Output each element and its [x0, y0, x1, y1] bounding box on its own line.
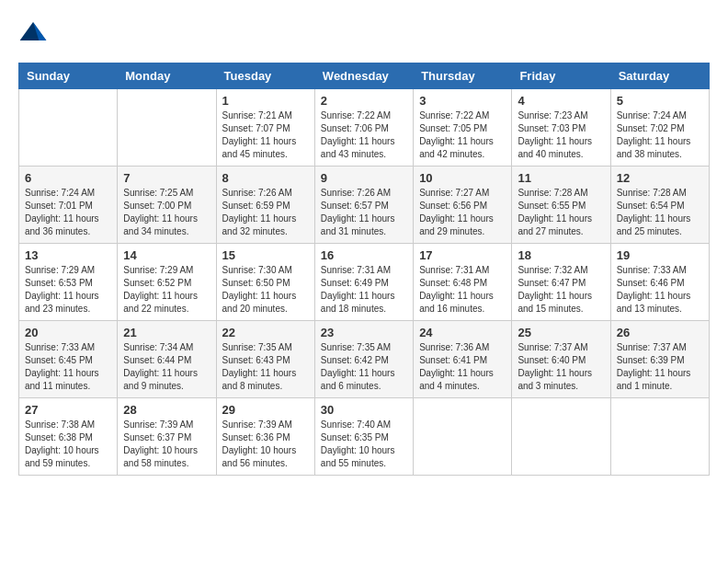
calendar-cell [414, 398, 512, 476]
column-header-saturday: Saturday [610, 63, 709, 89]
day-info: Sunrise: 7:29 AM Sunset: 6:52 PM Dayligh… [123, 264, 210, 316]
day-info: Sunrise: 7:37 AM Sunset: 6:40 PM Dayligh… [518, 341, 604, 393]
column-header-tuesday: Tuesday [216, 63, 314, 89]
logo [18, 18, 51, 48]
day-info: Sunrise: 7:25 AM Sunset: 7:00 PM Dayligh… [123, 187, 210, 238]
calendar-cell: 2Sunrise: 7:22 AM Sunset: 7:06 PM Daylig… [314, 89, 413, 167]
day-number: 18 [518, 248, 604, 262]
day-number: 27 [25, 403, 111, 417]
day-number: 14 [123, 248, 210, 262]
calendar-cell: 23Sunrise: 7:35 AM Sunset: 6:42 PM Dayli… [314, 321, 413, 398]
day-info: Sunrise: 7:22 AM Sunset: 7:06 PM Dayligh… [321, 109, 407, 161]
day-number: 7 [123, 171, 210, 185]
day-info: Sunrise: 7:33 AM Sunset: 6:46 PM Dayligh… [617, 264, 703, 316]
calendar-cell: 20Sunrise: 7:33 AM Sunset: 6:45 PM Dayli… [19, 321, 118, 398]
calendar-cell: 27Sunrise: 7:38 AM Sunset: 6:38 PM Dayli… [19, 398, 118, 476]
column-header-friday: Friday [512, 63, 610, 89]
calendar-cell: 11Sunrise: 7:28 AM Sunset: 6:55 PM Dayli… [512, 167, 610, 244]
day-number: 21 [123, 326, 210, 339]
calendar-cell: 12Sunrise: 7:28 AM Sunset: 6:54 PM Dayli… [610, 167, 709, 244]
day-info: Sunrise: 7:39 AM Sunset: 6:37 PM Dayligh… [123, 419, 210, 470]
calendar-cell: 7Sunrise: 7:25 AM Sunset: 7:00 PM Daylig… [118, 167, 216, 244]
day-number: 1 [222, 94, 309, 108]
day-info: Sunrise: 7:35 AM Sunset: 6:43 PM Dayligh… [222, 341, 309, 393]
day-info: Sunrise: 7:21 AM Sunset: 7:07 PM Dayligh… [222, 109, 309, 161]
day-number: 2 [321, 94, 407, 108]
day-number: 10 [419, 171, 506, 185]
day-number: 28 [123, 403, 210, 417]
day-number: 25 [518, 326, 604, 339]
day-info: Sunrise: 7:34 AM Sunset: 6:44 PM Dayligh… [123, 341, 210, 393]
day-info: Sunrise: 7:27 AM Sunset: 6:56 PM Dayligh… [419, 187, 506, 238]
logo-icon [18, 18, 48, 48]
day-info: Sunrise: 7:23 AM Sunset: 7:03 PM Dayligh… [518, 109, 604, 161]
calendar-cell: 29Sunrise: 7:39 AM Sunset: 6:36 PM Dayli… [216, 398, 314, 476]
calendar-cell: 6Sunrise: 7:24 AM Sunset: 7:01 PM Daylig… [19, 167, 118, 244]
day-number: 9 [321, 171, 407, 185]
day-number: 26 [617, 326, 703, 339]
day-info: Sunrise: 7:35 AM Sunset: 6:42 PM Dayligh… [321, 341, 407, 393]
calendar-cell: 14Sunrise: 7:29 AM Sunset: 6:52 PM Dayli… [118, 244, 216, 321]
calendar-cell [118, 89, 216, 167]
calendar-cell: 28Sunrise: 7:39 AM Sunset: 6:37 PM Dayli… [118, 398, 216, 476]
page-header [18, 18, 710, 48]
day-number: 24 [419, 326, 506, 339]
calendar-cell: 17Sunrise: 7:31 AM Sunset: 6:48 PM Dayli… [414, 244, 512, 321]
calendar-week-row: 27Sunrise: 7:38 AM Sunset: 6:38 PM Dayli… [19, 398, 710, 476]
calendar-week-row: 20Sunrise: 7:33 AM Sunset: 6:45 PM Dayli… [19, 321, 710, 398]
day-info: Sunrise: 7:22 AM Sunset: 7:05 PM Dayligh… [419, 109, 506, 161]
day-number: 8 [222, 171, 309, 185]
day-number: 15 [222, 248, 309, 262]
day-info: Sunrise: 7:31 AM Sunset: 6:49 PM Dayligh… [321, 264, 407, 316]
day-info: Sunrise: 7:31 AM Sunset: 6:48 PM Dayligh… [419, 264, 506, 316]
day-info: Sunrise: 7:36 AM Sunset: 6:41 PM Dayligh… [419, 341, 506, 393]
calendar-cell [512, 398, 610, 476]
calendar-cell: 13Sunrise: 7:29 AM Sunset: 6:53 PM Dayli… [19, 244, 118, 321]
day-number: 20 [25, 326, 111, 339]
day-info: Sunrise: 7:32 AM Sunset: 6:47 PM Dayligh… [518, 264, 604, 316]
day-info: Sunrise: 7:26 AM Sunset: 6:57 PM Dayligh… [321, 187, 407, 238]
day-info: Sunrise: 7:37 AM Sunset: 6:39 PM Dayligh… [617, 341, 703, 393]
calendar-week-row: 6Sunrise: 7:24 AM Sunset: 7:01 PM Daylig… [19, 167, 710, 244]
calendar-cell: 19Sunrise: 7:33 AM Sunset: 6:46 PM Dayli… [610, 244, 709, 321]
calendar-cell [19, 89, 118, 167]
day-info: Sunrise: 7:28 AM Sunset: 6:55 PM Dayligh… [518, 187, 604, 238]
day-number: 4 [518, 94, 604, 108]
day-number: 16 [321, 248, 407, 262]
day-number: 3 [419, 94, 506, 108]
calendar-cell: 18Sunrise: 7:32 AM Sunset: 6:47 PM Dayli… [512, 244, 610, 321]
calendar-week-row: 13Sunrise: 7:29 AM Sunset: 6:53 PM Dayli… [19, 244, 710, 321]
calendar-week-row: 1Sunrise: 7:21 AM Sunset: 7:07 PM Daylig… [19, 89, 710, 167]
calendar-cell: 4Sunrise: 7:23 AM Sunset: 7:03 PM Daylig… [512, 89, 610, 167]
day-number: 11 [518, 171, 604, 185]
calendar-cell: 3Sunrise: 7:22 AM Sunset: 7:05 PM Daylig… [414, 89, 512, 167]
day-number: 12 [617, 171, 703, 185]
calendar-cell: 24Sunrise: 7:36 AM Sunset: 6:41 PM Dayli… [414, 321, 512, 398]
day-info: Sunrise: 7:28 AM Sunset: 6:54 PM Dayligh… [617, 187, 703, 238]
day-info: Sunrise: 7:40 AM Sunset: 6:35 PM Dayligh… [321, 419, 407, 470]
calendar-cell: 22Sunrise: 7:35 AM Sunset: 6:43 PM Dayli… [216, 321, 314, 398]
day-number: 30 [321, 403, 407, 417]
calendar-cell: 1Sunrise: 7:21 AM Sunset: 7:07 PM Daylig… [216, 89, 314, 167]
calendar-cell: 16Sunrise: 7:31 AM Sunset: 6:49 PM Dayli… [314, 244, 413, 321]
calendar-cell: 5Sunrise: 7:24 AM Sunset: 7:02 PM Daylig… [610, 89, 709, 167]
day-info: Sunrise: 7:24 AM Sunset: 7:02 PM Dayligh… [617, 109, 703, 161]
calendar-cell [610, 398, 709, 476]
day-number: 23 [321, 326, 407, 339]
calendar-cell: 9Sunrise: 7:26 AM Sunset: 6:57 PM Daylig… [314, 167, 413, 244]
day-info: Sunrise: 7:33 AM Sunset: 6:45 PM Dayligh… [25, 341, 111, 393]
day-number: 29 [222, 403, 309, 417]
day-number: 5 [617, 94, 703, 108]
day-number: 17 [419, 248, 506, 262]
calendar-header-row: SundayMondayTuesdayWednesdayThursdayFrid… [19, 63, 710, 89]
column-header-thursday: Thursday [414, 63, 512, 89]
day-info: Sunrise: 7:39 AM Sunset: 6:36 PM Dayligh… [222, 419, 309, 470]
day-number: 13 [25, 248, 111, 262]
calendar-cell: 30Sunrise: 7:40 AM Sunset: 6:35 PM Dayli… [314, 398, 413, 476]
calendar-cell: 15Sunrise: 7:30 AM Sunset: 6:50 PM Dayli… [216, 244, 314, 321]
calendar-cell: 26Sunrise: 7:37 AM Sunset: 6:39 PM Dayli… [610, 321, 709, 398]
day-info: Sunrise: 7:26 AM Sunset: 6:59 PM Dayligh… [222, 187, 309, 238]
calendar-table: SundayMondayTuesdayWednesdayThursdayFrid… [18, 63, 710, 476]
column-header-wednesday: Wednesday [314, 63, 413, 89]
calendar-cell: 25Sunrise: 7:37 AM Sunset: 6:40 PM Dayli… [512, 321, 610, 398]
